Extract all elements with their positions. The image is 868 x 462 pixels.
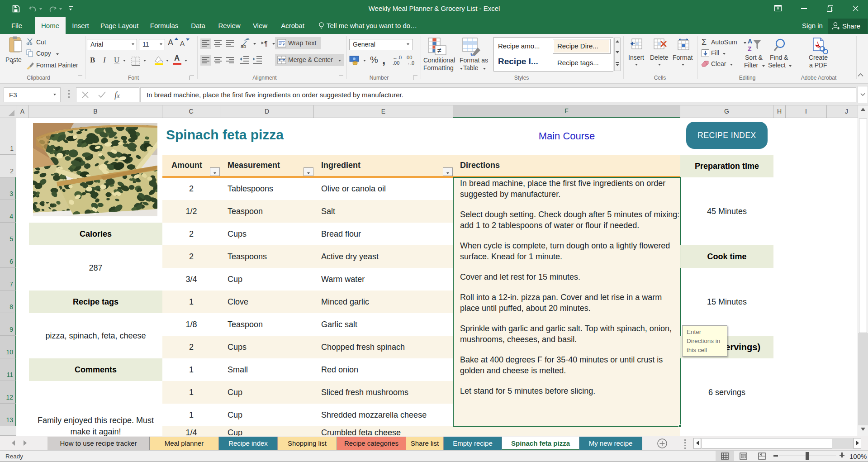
svg-text:A: A [748, 38, 752, 45]
svg-text:Z: Z [748, 45, 752, 52]
svg-text:ab: ab [241, 43, 246, 49]
svg-text:≠: ≠ [437, 47, 441, 54]
svg-text:¶: ¶ [264, 40, 268, 47]
